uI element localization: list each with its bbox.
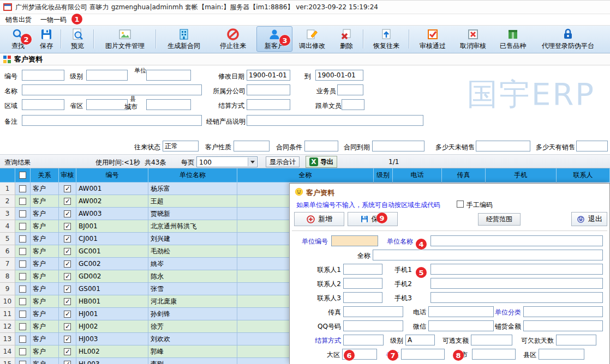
goods-amount-input[interactable] [523, 320, 603, 331]
contact2-input[interactable] [343, 278, 382, 289]
row-select[interactable] [15, 283, 31, 295]
sold-items-button[interactable]: 已售品种 [492, 26, 534, 52]
province-area-input[interactable] [401, 349, 445, 360]
days-sale-input[interactable] [576, 141, 608, 151]
audit-cell[interactable] [59, 183, 76, 195]
city-input[interactable] [146, 99, 191, 110]
audit-cell[interactable] [59, 320, 76, 333]
region-input[interactable] [22, 99, 64, 110]
mobile3-input[interactable] [430, 292, 603, 303]
stop-dealing-button[interactable]: 停止往来 [210, 26, 256, 52]
audit-cell[interactable] [59, 270, 76, 283]
header-full-name[interactable]: 全称 [237, 168, 374, 183]
audit-cell[interactable] [59, 208, 76, 220]
row-select[interactable] [15, 245, 31, 258]
code-input[interactable] [22, 70, 64, 81]
row-select[interactable] [15, 233, 31, 245]
agent-login-button[interactable]: 代理登录防伪平台 [534, 26, 602, 52]
business-scope-button[interactable]: 经营范围 [478, 213, 521, 226]
dialog-exit-button[interactable]: 退出 [571, 212, 607, 226]
contract-cond-input[interactable] [304, 141, 338, 151]
delete-button[interactable]: 删除 [332, 26, 361, 52]
header-fax[interactable]: 传真 [442, 168, 486, 183]
dialog-add-button[interactable]: 新增 [294, 212, 344, 226]
menu-item-one-code[interactable]: 一物一码 [40, 15, 67, 25]
restore-dealing-button[interactable]: 恢复往来 [366, 26, 407, 52]
audit-cell[interactable] [59, 283, 76, 295]
mobile1-input[interactable] [430, 264, 603, 275]
city-area-input[interactable] [472, 349, 516, 360]
settle-method-label[interactable]: 结算方式 [312, 336, 341, 345]
row-select[interactable] [15, 308, 31, 320]
preview-button[interactable]: 预览 [63, 26, 92, 52]
header-relation[interactable]: 关系 [31, 168, 59, 183]
audit-cell[interactable] [59, 308, 76, 320]
mobile2-input[interactable] [430, 278, 603, 289]
row-select[interactable] [15, 333, 31, 345]
header-code[interactable]: 编号 [76, 168, 148, 183]
export-button[interactable]: X 导出 [306, 156, 337, 168]
manual-code-checkbox[interactable] [457, 201, 464, 208]
edit-button[interactable]: 调出修改 [292, 26, 332, 52]
row-select[interactable] [15, 208, 31, 220]
header-mobile[interactable]: 手机 [486, 168, 557, 183]
audit-cell[interactable] [59, 195, 76, 208]
image-file-manage-button[interactable]: 图片文件管理 [96, 26, 154, 52]
unit-name-input[interactable] [430, 235, 603, 246]
header-contact[interactable]: 联系人 [557, 168, 610, 183]
cancel-audit-button[interactable]: 取消审核 [454, 26, 492, 52]
row-select[interactable] [15, 258, 31, 270]
row-select[interactable] [15, 220, 31, 233]
header-audit[interactable]: 审核 [59, 168, 76, 183]
overdraft-input[interactable] [471, 335, 512, 345]
settle-input[interactable] [247, 99, 290, 110]
menu-item-sales-out[interactable]: 销售出货 [5, 15, 32, 25]
modify-date-input[interactable]: 1900-01-01 [247, 70, 290, 81]
audit-cell[interactable] [59, 295, 76, 308]
phone-input[interactable] [428, 306, 494, 317]
row-select[interactable] [15, 270, 31, 283]
row-select[interactable] [15, 358, 31, 364]
save-button[interactable]: 保存 [34, 26, 59, 52]
name-input[interactable] [22, 84, 202, 95]
county-area-input[interactable] [539, 349, 584, 360]
wechat-input[interactable] [428, 320, 494, 331]
dialog-save-button[interactable]: 保存 [348, 212, 398, 226]
per-page-select[interactable]: 100 [196, 156, 258, 167]
doc-clerk-input[interactable] [342, 99, 364, 110]
days-no-sale-input[interactable] [476, 141, 530, 151]
province-input[interactable] [86, 99, 128, 110]
row-select[interactable] [15, 195, 31, 208]
audit-cell[interactable] [59, 220, 76, 233]
row-select[interactable] [15, 183, 31, 195]
header-unit-name[interactable]: 单位名称 [148, 168, 237, 183]
header-level[interactable]: 级别 [374, 168, 393, 183]
fax-input[interactable] [343, 306, 403, 317]
remark-input[interactable] [22, 115, 202, 126]
header-select-all[interactable] [15, 168, 31, 183]
audit-cell[interactable] [59, 333, 76, 345]
unit-code-input[interactable] [331, 235, 378, 246]
header-phone[interactable]: 电话 [393, 168, 442, 183]
new-contract-button[interactable]: 生成新合同 [158, 26, 210, 52]
audit-cell[interactable] [59, 245, 76, 258]
level-input[interactable] [86, 70, 128, 81]
audit-cell[interactable] [59, 345, 76, 358]
status-input[interactable]: 正常 [163, 141, 199, 151]
row-select[interactable] [15, 320, 31, 333]
product-desc-input[interactable] [247, 115, 423, 126]
qq-input[interactable] [343, 320, 403, 331]
nature-input[interactable] [234, 141, 270, 151]
approve-button[interactable]: 审核通过 [411, 26, 454, 52]
show-total-button[interactable]: 显示合计 [266, 156, 300, 167]
row-select[interactable] [15, 345, 31, 358]
audit-cell[interactable] [59, 358, 76, 364]
unit-code-label[interactable]: 单位编号 [296, 237, 328, 246]
contact1-input[interactable] [343, 264, 382, 275]
to-date-input[interactable]: 1900-01-01 [315, 70, 363, 81]
branch-input[interactable] [247, 84, 290, 95]
unit-name-label[interactable]: 单位名称 [382, 237, 413, 246]
row-select[interactable] [15, 295, 31, 308]
contact3-input[interactable] [343, 292, 382, 303]
settle-method-input[interactable] [343, 335, 384, 345]
